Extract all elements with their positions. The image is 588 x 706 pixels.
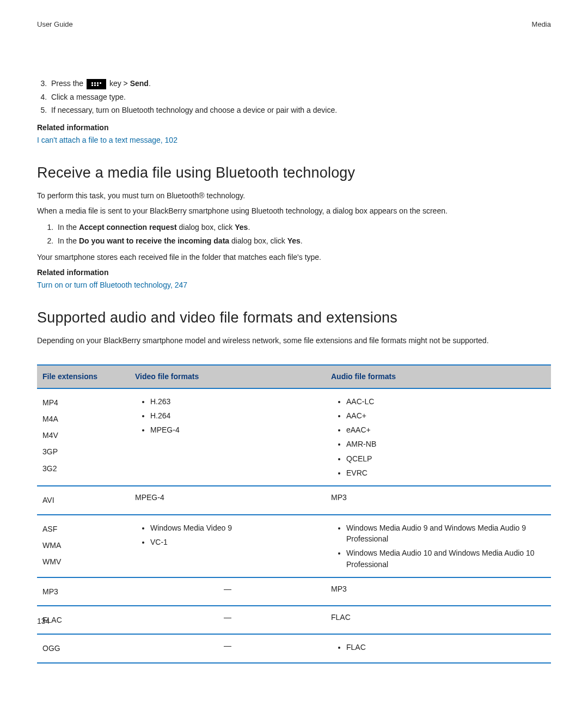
cell-audio: FLAC [326, 606, 551, 634]
ext-item: M4V [42, 427, 124, 443]
page-header: User Guide Media [37, 20, 551, 30]
related-link-attach-file[interactable]: I can't attach a file to a text message,… [37, 136, 177, 144]
receive-step-1: In the Accept connection request dialog … [56, 221, 551, 234]
rs2-d: Yes [287, 236, 301, 245]
rs1-c: dialog box, click [177, 223, 235, 232]
cell-video: H.263H.264MPEG-4 [130, 388, 326, 486]
blackberry-key-icon [87, 79, 106, 89]
step-3: Press the key > Send. [49, 77, 551, 90]
rs1-b: Accept connection request [79, 223, 177, 232]
related-info-heading-2: Related information [37, 267, 551, 278]
audio-format-item: EVRC [346, 466, 546, 480]
step-3-tail: . [149, 79, 151, 88]
ext-item: OGG [42, 640, 124, 656]
header-left: User Guide [37, 20, 73, 30]
table-row: AVIMPEG-4MP3 [37, 486, 551, 514]
rs1-e: . [248, 223, 250, 232]
ext-item: AVI [42, 492, 124, 508]
video-format-item: VC-1 [150, 535, 320, 549]
cell-audio: FLAC [326, 634, 551, 662]
ext-item: ASF [42, 521, 124, 537]
cell-extensions: AVI [37, 486, 130, 514]
rs2-e: . [301, 236, 303, 245]
supported-desc: Depending on your BlackBerry smartphone … [37, 335, 551, 346]
cell-audio: MP3 [326, 577, 551, 606]
th-file-extensions: File extensions [37, 365, 130, 388]
table-header-row: File extensions Video file formats Audio… [37, 365, 551, 388]
ext-item: 3G2 [42, 460, 124, 477]
th-audio-formats: Audio file formats [326, 365, 551, 388]
audio-format-item: QCELP [346, 452, 546, 466]
video-format-item: H.264 [150, 409, 320, 423]
audio-format-item: AAC+ [346, 409, 546, 423]
cell-extensions: ASFWMAWMV [37, 515, 130, 577]
formats-tbody: MP4M4AM4V3GP3G2H.263H.264MPEG-4AAC-LCAAC… [37, 388, 551, 663]
audio-format-item: FLAC [346, 640, 546, 654]
table-row: FLAC—FLAC [37, 606, 551, 634]
audio-format-item: AMR-NB [346, 437, 546, 451]
audio-format-item: Windows Media Audio 9 and Windows Media … [346, 521, 546, 546]
table-row: MP3—MP3 [37, 577, 551, 606]
cell-extensions: MP3 [37, 577, 130, 606]
section-title-supported-formats: Supported audio and video file formats a… [37, 307, 551, 328]
cell-video: — [130, 606, 326, 634]
ext-item: MP4 [42, 394, 124, 411]
th-video-formats: Video file formats [130, 365, 326, 388]
ext-item: FLAC [42, 612, 124, 628]
receive-steps: In the Accept connection request dialog … [56, 221, 551, 247]
step-3-bold: Send [130, 79, 149, 88]
table-row: OGG—FLAC [37, 634, 551, 662]
formats-table: File extensions Video file formats Audio… [37, 364, 551, 663]
step-3-pre: Press the [51, 79, 85, 88]
cell-extensions: MP4M4AM4V3GP3G2 [37, 388, 130, 486]
cell-video: — [130, 634, 326, 662]
rs2-a: In the [58, 236, 79, 245]
audio-format-item: AAC-LC [346, 394, 546, 409]
cell-audio: Windows Media Audio 9 and Windows Media … [326, 515, 551, 577]
rs2-c: dialog box, click [229, 236, 287, 245]
ext-item: WMV [42, 553, 124, 570]
audio-format-item: eAAC+ [346, 423, 546, 437]
cell-extensions: OGG [37, 634, 130, 662]
cell-audio: AAC-LCAAC+eAAC+AMR-NBQCELPEVRC [326, 388, 551, 486]
step-3-post: key > [107, 79, 130, 88]
cell-extensions: FLAC [37, 606, 130, 634]
ext-item: WMA [42, 537, 124, 553]
ext-item: MP3 [42, 583, 124, 600]
step-4: Click a message type. [49, 90, 551, 104]
receive-p2: When a media file is sent to your BlackB… [37, 205, 551, 216]
top-steps-list: Press the key > Send. Click a message ty… [49, 77, 551, 117]
video-format-item: Windows Media Video 9 [150, 521, 320, 535]
related-info-heading-1: Related information [37, 122, 551, 133]
cell-video: Windows Media Video 9VC-1 [130, 515, 326, 577]
cell-audio: MP3 [326, 486, 551, 514]
section-title-receive-bluetooth: Receive a media file using Bluetooth tec… [37, 162, 551, 184]
page-number: 134 [37, 616, 50, 626]
header-right: Media [532, 20, 551, 30]
audio-format-item: Windows Media Audio 10 and Windows Media… [346, 546, 546, 571]
table-row: MP4M4AM4V3GP3G2H.263H.264MPEG-4AAC-LCAAC… [37, 388, 551, 486]
receive-p3: Your smartphone stores each received fil… [37, 252, 551, 263]
ext-item: M4A [42, 411, 124, 427]
video-format-item: MPEG-4 [150, 423, 320, 437]
related-link-bluetooth-toggle[interactable]: Turn on or turn off Bluetooth technology… [37, 281, 187, 289]
rs2-b: Do you want to receive the incoming data [79, 236, 229, 245]
rs1-a: In the [58, 223, 79, 232]
cell-video: MPEG-4 [130, 486, 326, 514]
rs1-d: Yes [235, 223, 248, 232]
step-5: If necessary, turn on Bluetooth technolo… [49, 104, 551, 117]
receive-step-2: In the Do you want to receive the incomi… [56, 234, 551, 247]
ext-item: 3GP [42, 443, 124, 460]
receive-p1: To perform this task, you must turn on B… [37, 190, 551, 201]
cell-video: — [130, 577, 326, 606]
video-format-item: H.263 [150, 394, 320, 409]
table-row: ASFWMAWMVWindows Media Video 9VC-1Window… [37, 515, 551, 577]
